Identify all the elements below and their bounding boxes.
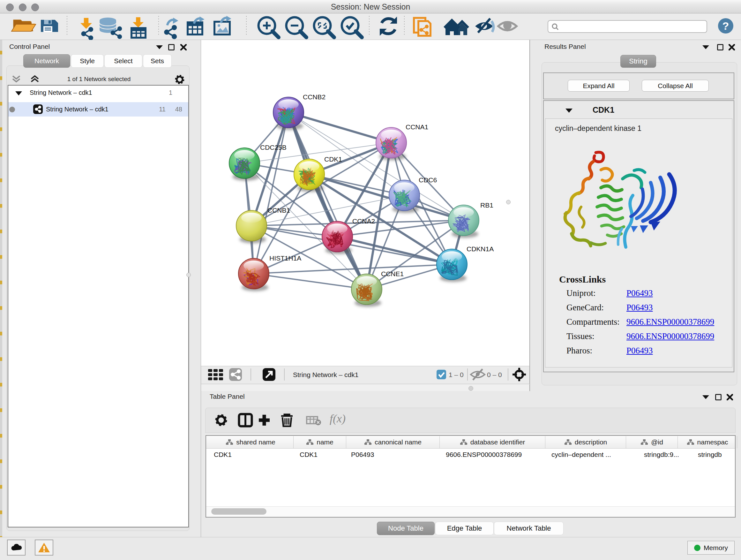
svg-text:CCNB2: CCNB2: [303, 93, 326, 101]
svg-text:CCNE1: CCNE1: [381, 270, 404, 277]
svg-text:HIST1H1A: HIST1H1A: [269, 254, 301, 262]
svg-text:CDC6: CDC6: [419, 176, 437, 184]
svg-text:CCNA1: CCNA1: [406, 123, 428, 131]
svg-text:CDKN1A: CDKN1A: [467, 245, 494, 253]
svg-text:RB1: RB1: [480, 201, 493, 209]
svg-text:CCNA2: CCNA2: [352, 217, 375, 225]
svg-text:CCNB1: CCNB1: [267, 206, 290, 214]
svg-text:CDC25B: CDC25B: [260, 144, 286, 151]
svg-text:CDK1: CDK1: [324, 155, 342, 163]
